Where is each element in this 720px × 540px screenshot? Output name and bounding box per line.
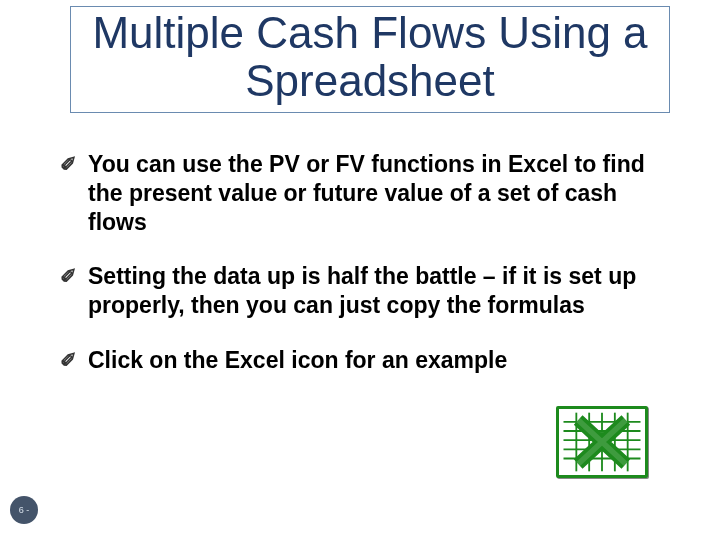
- bullet-mark-icon: ✐: [60, 152, 77, 177]
- bullet-mark-icon: ✐: [60, 264, 77, 289]
- bullet-item: ✐ Click on the Excel icon for an example: [60, 346, 660, 375]
- slide-title: Multiple Cash Flows Using a Spreadsheet: [79, 9, 661, 106]
- bullet-text: Setting the data up is half the battle –…: [88, 263, 636, 318]
- title-container: Multiple Cash Flows Using a Spreadsheet: [70, 6, 670, 113]
- slide-number-text: 6 -: [19, 505, 30, 515]
- bullet-text: Click on the Excel icon for an example: [88, 347, 507, 373]
- bullet-item: ✐ Setting the data up is half the battle…: [60, 262, 660, 320]
- content-area: ✐ You can use the PV or FV functions in …: [60, 150, 660, 401]
- bullet-mark-icon: ✐: [60, 348, 77, 373]
- bullet-text: You can use the PV or FV functions in Ex…: [88, 151, 645, 235]
- excel-icon[interactable]: [556, 406, 648, 478]
- slide-number-badge: 6 -: [10, 496, 38, 524]
- bullet-item: ✐ You can use the PV or FV functions in …: [60, 150, 660, 236]
